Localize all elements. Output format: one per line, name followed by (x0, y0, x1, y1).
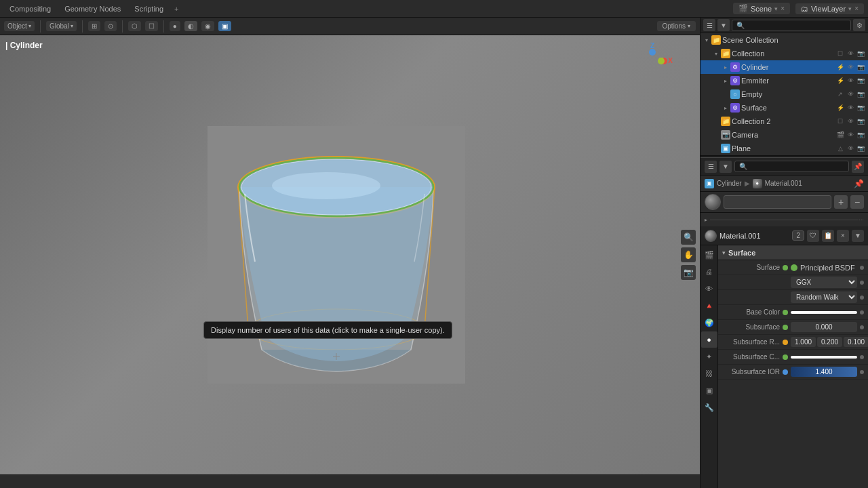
properties-pin-button[interactable]: 📌 (852, 161, 864, 173)
surface-section-header[interactable]: ▾ Surface (718, 245, 868, 260)
options-button[interactable]: Options ▾ (657, 21, 696, 31)
prop-value-base-color[interactable] (791, 311, 857, 314)
viewlayer-close-icon[interactable]: × (854, 5, 859, 12)
tab-material[interactable]: ● (701, 331, 717, 348)
material-add-button[interactable]: + (834, 195, 848, 209)
tab-scene[interactable]: 🔺 (701, 298, 717, 314)
collection-eye-button[interactable]: 👁 (846, 49, 855, 58)
scene-selector[interactable]: 🎬 Scene ▾ × (733, 3, 790, 14)
tree-arrow-plane (713, 145, 719, 152)
viewlayer-selector[interactable]: 🗂 ViewLayer ▾ × (795, 3, 864, 14)
hand-icon[interactable]: ✋ (681, 247, 696, 262)
shading-lookdev[interactable]: ◐ (184, 21, 197, 31)
outliner-filter-button[interactable]: ▼ (717, 19, 730, 31)
prop-surface-value: Principled BSDF (791, 264, 857, 272)
empty-camera-button[interactable]: 📷 (856, 89, 865, 99)
collection-exclude-button[interactable]: ☐ (835, 49, 845, 58)
emmiter-eye-button[interactable]: 👁 (846, 76, 855, 85)
object-mode-button[interactable]: Object ▾ (4, 21, 35, 31)
prop-value-subsurface-ior[interactable]: 1.400 (791, 367, 857, 377)
tab-modifiers[interactable]: 🔧 (701, 399, 717, 415)
proportional-edit-button[interactable]: ⊙ (104, 21, 117, 31)
tree-item-collection2[interactable]: 📁 Collection 2 ☐ 👁 📷 (701, 115, 868, 128)
tab-view[interactable]: 👁 (701, 281, 717, 297)
prop-value-subsurface-r3[interactable]: 0.100 (844, 337, 868, 347)
material-expand-arrow: ▸ (705, 217, 707, 223)
camera-view-icon[interactable]: 📷 (681, 265, 696, 280)
properties-filter-button[interactable]: ▼ (719, 161, 732, 173)
object-mode-label: Object (7, 22, 27, 30)
plane-eye-button[interactable]: 👁 (846, 144, 855, 153)
properties-search-input[interactable] (734, 161, 849, 172)
tree-item-cylinder[interactable]: ▸ ⚙ Cylinder ⚡ 👁 📷 (701, 60, 868, 74)
material-name-input[interactable]: Material.001 (724, 195, 831, 209)
material-expand-row[interactable]: ▸ ··· (701, 213, 868, 226)
tree-actions-emmiter: ⚡ 👁 📷 (835, 76, 865, 85)
collection2-exclude-button[interactable]: ☐ (835, 117, 845, 126)
shading-rendered[interactable]: ◉ (201, 21, 214, 31)
tree-item-empty[interactable]: ○ Empty ↗ 👁 📷 (701, 87, 868, 101)
tab-render[interactable]: 🎬 (701, 247, 717, 263)
prop-value-subsurface-r1[interactable]: 1.000 (791, 337, 816, 347)
tree-item-surface[interactable]: ▸ ⚙ Surface ⚡ 👁 📷 (701, 101, 868, 115)
material-copy-button[interactable]: 📋 (822, 230, 834, 242)
shading-eevee[interactable]: ▣ (218, 21, 231, 31)
overlay-button[interactable]: ⬡ (128, 21, 141, 31)
outliner-search-input[interactable] (732, 20, 851, 31)
tab-scripting[interactable]: Scripting (129, 3, 169, 14)
global-transform-button[interactable]: Global ▾ (46, 21, 77, 31)
plane-camera-button[interactable]: 📷 (856, 144, 865, 153)
tab-world[interactable]: 🌍 (701, 314, 717, 331)
tree-item-collection[interactable]: ▾ 📁 Collection ☐ 👁 📷 (701, 47, 868, 60)
material-shield-button[interactable]: 🛡 (807, 230, 819, 242)
material-users-button[interactable]: 2 (792, 230, 804, 241)
camera-icon-extra: 🎬 (835, 130, 845, 140)
tab-geometry-nodes[interactable]: Geometry Nodes (59, 3, 126, 14)
xray-button[interactable]: ☐ (145, 21, 158, 31)
tab-constraints[interactable]: ⛓ (701, 365, 717, 382)
shading-solid[interactable]: ● (170, 21, 180, 31)
material-id-name: Material.001 (719, 232, 789, 240)
cylinder-camera-button[interactable]: 📷 (856, 62, 865, 72)
prop-row-subsurface: Subsurface 0.000 (718, 320, 868, 335)
breadcrumb-bar: ▣ Cylinder ▶ ● Material.001 📌 (701, 176, 868, 192)
tab-object-data[interactable]: ▣ (701, 382, 717, 399)
tree-icon-cylinder: ⚙ (730, 62, 740, 72)
zoom-icon[interactable]: 🔍 (681, 230, 696, 245)
properties-menu-button[interactable]: ☰ (705, 161, 717, 173)
breadcrumb-object-name: Cylinder (717, 180, 742, 187)
tree-item-scene-collection[interactable]: ▾ 📁 Scene Collection (701, 33, 868, 47)
subsurface-method-select[interactable]: Random Walk (791, 291, 857, 303)
tree-icon-collection2: 📁 (721, 117, 730, 126)
tab-output[interactable]: 🖨 (701, 264, 717, 280)
camera-eye-button[interactable]: 👁 (846, 130, 855, 140)
collection-camera-button[interactable]: 📷 (856, 49, 865, 58)
collection2-eye-button[interactable]: 👁 (846, 117, 855, 126)
scene-close-icon[interactable]: × (781, 5, 785, 12)
tree-item-emmiter[interactable]: ▸ ⚙ Emmiter ⚡ 👁 📷 (701, 74, 868, 87)
surface-eye-button[interactable]: 👁 (846, 103, 855, 113)
tab-compositing[interactable]: Compositing (4, 3, 56, 14)
outliner-menu-button[interactable]: ☰ (703, 19, 715, 31)
outliner-filter2-button[interactable]: ⚙ (853, 19, 865, 31)
emmiter-camera-button[interactable]: 📷 (856, 76, 865, 85)
tree-item-camera[interactable]: 📷 Camera 🎬 👁 📷 (701, 128, 868, 142)
snap-button[interactable]: ⊞ (88, 21, 100, 31)
camera-camera-button[interactable]: 📷 (856, 130, 865, 140)
surface-camera-button[interactable]: 📷 (856, 103, 865, 113)
empty-eye-button[interactable]: 👁 (846, 89, 855, 99)
material-more-button[interactable]: ▼ (852, 230, 864, 242)
prop-value-subsurface[interactable]: 0.000 (791, 322, 857, 332)
breadcrumb-pin-button[interactable]: 📌 (854, 179, 864, 188)
distribution-select[interactable]: GGX (791, 277, 857, 288)
prop-value-subsurface-r2[interactable]: 0.200 (817, 337, 842, 347)
prop-value-subsurface-c[interactable] (791, 356, 857, 359)
material-preview-sphere (705, 194, 721, 210)
collection2-camera-button[interactable]: 📷 (856, 117, 865, 126)
add-workspace-button[interactable]: + (172, 3, 181, 14)
material-remove-button[interactable]: − (850, 195, 864, 209)
tab-particles[interactable]: ✦ (701, 348, 717, 365)
cylinder-eye-button[interactable]: 👁 (846, 62, 855, 72)
material-unlink-button[interactable]: × (837, 230, 849, 242)
tree-item-plane[interactable]: ▣ Plane △ 👁 📷 (701, 142, 868, 155)
